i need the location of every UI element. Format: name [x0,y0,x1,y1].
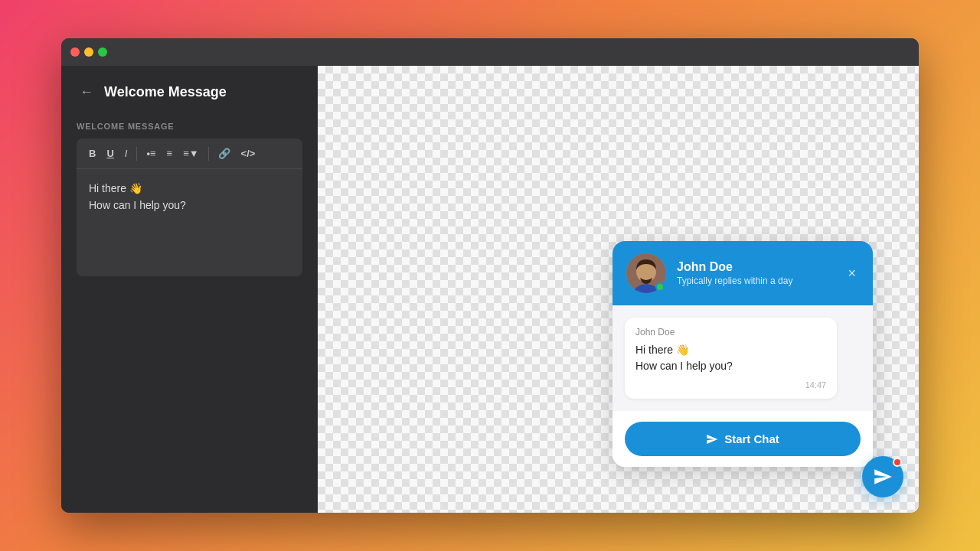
bold-button[interactable]: B [84,145,100,162]
editor-toolbar: B U I •≡ ≡ ≡▼ 🔗 </> [77,139,302,169]
chat-header: John Doe Typically replies within a day … [612,241,873,305]
back-button[interactable]: ← [77,81,96,103]
chat-footer: Start Chat [612,411,873,467]
link-button[interactable]: 🔗 [214,145,235,162]
toolbar-divider-2 [208,147,209,161]
agent-status: Typically replies within a day [677,276,834,286]
message-line-1: Hi there 👋 [635,342,826,358]
chat-launcher-button[interactable] [862,456,903,497]
chat-header-info: John Doe Typically replies within a day [677,260,834,286]
editor-container: B U I •≡ ≡ ≡▼ 🔗 </> Hi there 👋 How can I… [77,139,302,276]
telegram-icon [873,467,893,487]
message-time: 14:47 [635,380,826,390]
message-text: Hi there 👋 How can I help you? [635,342,826,374]
editor-body[interactable]: Hi there 👋 How can I help you? [77,169,302,276]
message-line-2: How can I help you? [635,358,826,374]
start-chat-button[interactable]: Start Chat [625,422,861,456]
numbered-list-button[interactable]: ≡ [162,145,178,162]
agent-name: John Doe [677,260,834,274]
minimize-window-button[interactable] [84,47,93,57]
message-sender: John Doe [635,327,826,337]
editor-line-1: Hi there 👋 [89,180,290,197]
launcher-badge [893,458,902,467]
window-buttons [70,47,107,57]
chat-close-button[interactable]: × [844,263,859,283]
browser-window: ← Welcome Message WELCOME MESSAGE B U I … [61,38,919,513]
send-icon [706,433,718,445]
toolbar-divider-1 [136,147,137,161]
chat-avatar-wrapper [626,253,666,293]
close-window-button[interactable] [70,47,80,57]
left-panel: ← Welcome Message WELCOME MESSAGE B U I … [61,66,318,513]
online-indicator [655,282,665,292]
underline-button[interactable]: U [102,145,118,162]
italic-button[interactable]: I [120,145,132,162]
chat-body: John Doe Hi there 👋 How can I help you? … [612,305,873,411]
code-button[interactable]: </> [237,145,260,162]
maximize-window-button[interactable] [98,47,107,57]
align-button[interactable]: ≡▼ [178,145,203,162]
browser-titlebar [61,38,919,66]
main-content: ← Welcome Message WELCOME MESSAGE B U I … [61,66,919,513]
panel-header: ← Welcome Message [77,81,302,103]
chat-widget: John Doe Typically replies within a day … [612,241,873,467]
bullet-list-button[interactable]: •≡ [142,145,160,162]
chat-message-bubble: John Doe Hi there 👋 How can I help you? … [625,318,837,399]
section-label: WELCOME MESSAGE [77,122,302,131]
panel-title: Welcome Message [104,84,227,100]
start-chat-label: Start Chat [724,432,779,445]
editor-line-2: How can I help you? [89,197,290,214]
right-panel: John Doe Typically replies within a day … [318,66,919,513]
